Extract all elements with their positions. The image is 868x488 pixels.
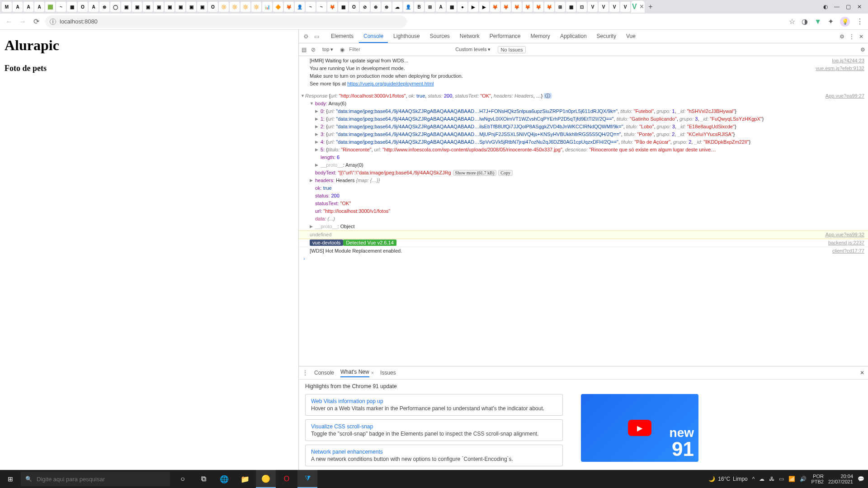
show-more-button[interactable]: Show more (61.7 kB) [453, 170, 497, 176]
devtools-tab-lighthouse[interactable]: Lighthouse [389, 30, 425, 43]
vscode-icon[interactable]: ⧩ [297, 470, 317, 488]
opera-icon[interactable]: O [277, 470, 297, 488]
expand-icon[interactable]: ▶ [315, 108, 318, 115]
tab-favicon[interactable]: ▶ [479, 2, 489, 12]
copy-button[interactable]: Copy [498, 170, 513, 176]
devtools-tab-network[interactable]: Network [455, 30, 484, 43]
new-tab-button[interactable]: + [646, 3, 656, 11]
tab-favicon[interactable]: 🦊 [490, 2, 500, 12]
tab-favicon[interactable]: ⊞ [555, 2, 565, 12]
edge-icon[interactable]: 🌐 [214, 470, 234, 488]
expand-icon[interactable]: ▶ [315, 131, 318, 138]
weather-widget[interactable]: 🌙 16°C Limpo [708, 476, 748, 482]
back-button[interactable]: ← [5, 18, 14, 26]
tab-favicon[interactable]: ▣ [175, 2, 185, 12]
battery-icon[interactable]: ▭ [779, 476, 784, 482]
tab-favicon[interactable]: ⊘ [360, 2, 370, 12]
start-button[interactable]: ⊞ [0, 475, 21, 483]
device-icon[interactable]: ▭ [312, 33, 321, 40]
devtools-tab-console[interactable]: Console [359, 30, 388, 43]
tab-favicon[interactable]: ▣ [143, 2, 153, 12]
info-icon[interactable]: ⓘ [544, 93, 552, 99]
forward-button[interactable]: → [18, 18, 27, 26]
tab-favicon[interactable]: ▦ [566, 2, 576, 12]
volume-icon[interactable]: 🔊 [800, 476, 807, 482]
close-window-icon[interactable]: ✕ [857, 4, 862, 10]
cortana-icon[interactable]: ○ [173, 470, 193, 488]
tab-favicon[interactable]: ⊗ [382, 2, 392, 12]
tab-favicon[interactable]: V [609, 2, 619, 12]
close-icon[interactable]: × [640, 3, 644, 11]
drawer-menu-icon[interactable]: ⋮ [302, 370, 308, 376]
tab-favicon[interactable]: ⊡ [577, 2, 587, 12]
explorer-icon[interactable]: 📁 [235, 470, 255, 488]
tab-favicon[interactable]: ▶ [468, 2, 478, 12]
tab-favicon[interactable]: ~ [316, 2, 326, 12]
clear-console-icon[interactable]: ⊘ [311, 47, 316, 53]
console-prompt-icon[interactable]: › [303, 255, 305, 262]
tab-favicon[interactable]: 🦊 [544, 2, 554, 12]
site-info-icon[interactable]: i [50, 19, 56, 25]
tab-favicon[interactable]: 🦊 [512, 2, 522, 12]
tab-favicon[interactable]: A [89, 2, 99, 12]
eye-icon[interactable]: ◉ [340, 47, 344, 53]
tab-favicon[interactable]: ~ [56, 2, 66, 12]
drawer-tab-whatsnew[interactable]: What's New [340, 369, 369, 377]
more-icon[interactable]: ⋮ [849, 33, 854, 40]
tab-favicon[interactable]: A [13, 2, 23, 12]
issues-button[interactable]: No Issues [498, 46, 526, 53]
source-link[interactable]: App.vue?ea99:32 [816, 231, 864, 238]
profile-avatar[interactable]: 💡 [840, 17, 850, 27]
devtools-tab-memory[interactable]: Memory [526, 30, 555, 43]
tab-favicon[interactable]: M [2, 2, 12, 12]
source-link[interactable]: App.vue?ea99:27 [816, 93, 864, 99]
url-input[interactable]: i localhost:8080 [45, 15, 407, 28]
tab-favicon[interactable]: B [414, 2, 424, 12]
close-tab-icon[interactable]: × [371, 370, 374, 375]
whatsnew-card[interactable]: Network panel enhancementsA new network … [305, 445, 563, 466]
star-icon[interactable]: ☆ [789, 17, 795, 26]
expand-icon[interactable]: ▶ [310, 223, 313, 230]
expand-icon[interactable]: ▼ [301, 93, 305, 99]
filter-input[interactable] [349, 47, 448, 52]
vue-ext-icon[interactable]: ▼ [814, 18, 821, 26]
tab-favicon[interactable]: ▣ [197, 2, 207, 12]
tab-favicon[interactable]: ⊗ [99, 2, 109, 12]
tab-favicon[interactable]: 📊 [262, 2, 272, 12]
tab-favicon[interactable]: O [349, 2, 359, 12]
tab-favicon[interactable]: ~ [306, 2, 316, 12]
devtools-tab-elements[interactable]: Elements [326, 30, 358, 43]
tab-favicon[interactable]: V [588, 2, 598, 12]
source-link[interactable]: vue.esm.js?efeb:9132 [807, 65, 864, 72]
tab-favicon[interactable]: V [599, 2, 609, 12]
menu-icon[interactable]: ⋮ [856, 17, 863, 26]
tab-favicon[interactable]: ▣ [132, 2, 142, 12]
sidebar-toggle-icon[interactable]: ▤ [302, 47, 307, 53]
tab-favicon[interactable]: 🦊 [501, 2, 511, 12]
reload-button[interactable]: ⟳ [32, 17, 41, 26]
expand-icon[interactable]: ▶ [315, 123, 318, 130]
tab-favicon[interactable]: 👤 [295, 2, 305, 12]
wifi-icon[interactable]: 📶 [788, 476, 795, 482]
lang2[interactable]: PTB2 [811, 479, 824, 484]
devtools-close-icon[interactable]: ✕ [859, 33, 863, 40]
tab-favicon[interactable]: ▦ [338, 2, 348, 12]
source-link[interactable]: log.js?4244:23 [823, 57, 864, 64]
active-tab[interactable]: V × [631, 1, 645, 13]
tab-favicon[interactable]: ▦ [67, 2, 77, 12]
notifications-icon[interactable]: 💬 [858, 476, 864, 482]
tab-favicon[interactable]: ◯ [110, 2, 120, 12]
console-settings-icon[interactable]: ⚙ [860, 47, 865, 53]
tab-favicon[interactable]: 🦊 [284, 2, 294, 12]
tab-favicon[interactable]: 🔶 [273, 2, 283, 12]
tab-favicon[interactable]: V [620, 2, 630, 12]
settings-icon[interactable]: ⚙ [840, 33, 844, 40]
deployment-link[interactable]: https://vuejs.org/guide/deployment.html [347, 81, 434, 86]
ext-icon[interactable]: ◑ [802, 17, 808, 26]
tab-favicon[interactable]: ⊕ [371, 2, 381, 12]
inspect-icon[interactable]: ⯐ [302, 33, 311, 40]
tab-favicon[interactable]: ▣ [165, 2, 175, 12]
context-selector[interactable]: top ▾ [320, 45, 335, 54]
tab-favicon[interactable]: 🦊 [327, 2, 337, 12]
video-thumbnail[interactable]: ▶ new91 [581, 394, 698, 462]
